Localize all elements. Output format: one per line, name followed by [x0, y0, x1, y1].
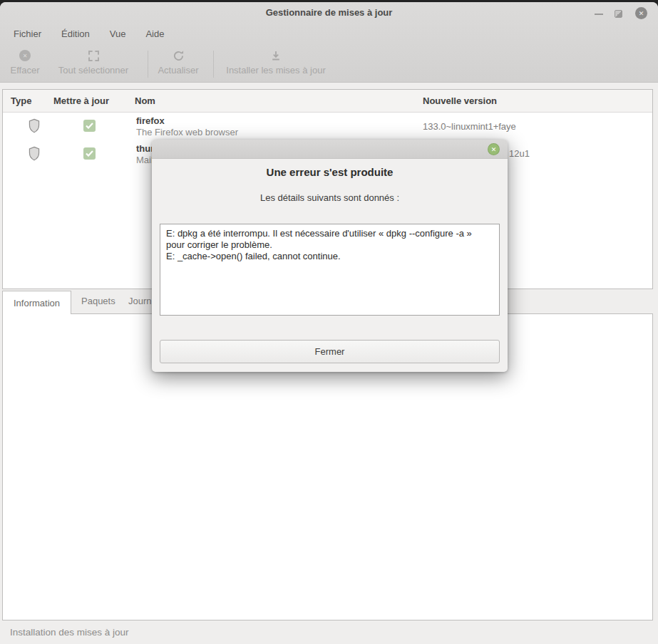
menu-fichier[interactable]: Fichier [7, 26, 48, 43]
tab-journal[interactable]: Journ [128, 296, 152, 306]
column-header-type[interactable]: Type [11, 95, 31, 106]
menu-vue[interactable]: Vue [103, 26, 133, 43]
dialog-title: Une erreur s'est produite [152, 166, 508, 178]
tab-paquets[interactable]: Paquets [81, 296, 115, 306]
toolbar-separator [148, 51, 148, 78]
clear-icon: ✕ [19, 50, 31, 61]
update-checkbox[interactable] [83, 147, 96, 160]
close-icon[interactable]: ✕ [635, 7, 647, 19]
table-header-row: Type Mettre à jour Nom Nouvelle version [3, 90, 652, 113]
package-version: 12u1 [509, 148, 530, 159]
refresh-button[interactable]: Actualiser [153, 48, 204, 80]
menu-edition[interactable]: Édition [55, 26, 96, 43]
package-description: The Firefox web browser [136, 127, 238, 137]
refresh-icon [173, 48, 185, 63]
column-header-name[interactable]: Nom [135, 95, 155, 106]
menu-aide[interactable]: Aide [139, 26, 170, 43]
update-manager-window: Gestionnaire de mises à jour ✕ Fichier É… [0, 2, 658, 644]
select-all-icon [88, 51, 99, 61]
clear-button[interactable]: ✕ Effacer [6, 48, 44, 80]
package-description: Mail [136, 155, 153, 165]
fermer-button-label: Fermer [315, 346, 345, 357]
install-updates-button-label: Installer les mises à jour [226, 65, 325, 76]
refresh-button-label: Actualiser [158, 65, 198, 76]
dialog-close-icon[interactable]: ✕ [488, 143, 500, 155]
package-name: firefox [136, 115, 165, 126]
error-details-textarea[interactable]: E: dpkg a été interrompu. Il est nécessa… [160, 224, 500, 316]
clear-button-label: Effacer [11, 65, 40, 76]
column-header-update[interactable]: Mettre à jour [53, 95, 109, 106]
window-title: Gestionnaire de mises à jour [0, 7, 658, 18]
tab-information-label: Information [14, 298, 60, 308]
fermer-button[interactable]: Fermer [160, 340, 500, 363]
minimize-icon[interactable] [595, 14, 603, 15]
window-header: Gestionnaire de mises à jour ✕ Fichier É… [0, 2, 658, 83]
menubar: Fichier Édition Vue Aide [7, 26, 178, 43]
titlebar[interactable]: Gestionnaire de mises à jour ✕ [0, 2, 658, 24]
column-header-version[interactable]: Nouvelle version [423, 95, 497, 106]
install-updates-button[interactable]: Installer les mises à jour [218, 48, 334, 80]
toolbar-separator [213, 51, 214, 78]
select-all-button[interactable]: Tout sélectionner [47, 48, 140, 80]
maximize-icon[interactable] [615, 10, 622, 18]
security-shield-icon [28, 146, 41, 163]
security-shield-icon [28, 118, 41, 135]
dialog-titlebar[interactable]: ✕ [152, 140, 508, 159]
error-dialog: ✕ Une erreur s'est produite Les détails … [152, 140, 508, 372]
package-version: 133.0~linuxmint1+faye [423, 121, 516, 132]
select-all-button-label: Tout sélectionner [58, 65, 128, 76]
status-text: Installation des mises à jour [10, 627, 129, 638]
dialog-subtitle: Les détails suivants sont donnés : [152, 192, 508, 203]
update-checkbox[interactable] [83, 120, 96, 132]
install-icon [270, 48, 282, 63]
toolbar: ✕ Effacer Tout sélectionner Actualiser [0, 46, 658, 82]
tab-information[interactable]: Information [2, 291, 71, 314]
